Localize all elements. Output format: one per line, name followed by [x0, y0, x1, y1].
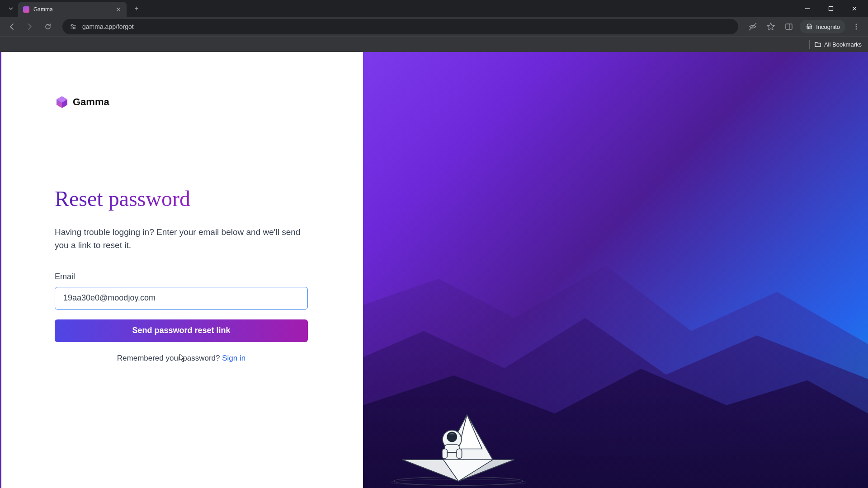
all-bookmarks-button[interactable]: All Bookmarks	[814, 41, 862, 48]
reset-form-panel: Gamma Reset password Having trouble logg…	[1, 52, 363, 488]
email-input[interactable]	[55, 287, 308, 310]
side-panel-icon[interactable]	[782, 19, 796, 34]
back-button[interactable]	[5, 19, 19, 34]
browser-chrome: Gamma ✕ + ga	[0, 0, 868, 52]
nav-bar: gamma.app/forgot Incognito	[0, 17, 868, 36]
tab-close-icon[interactable]: ✕	[115, 6, 122, 13]
signin-row: Remembered your password? Sign in	[55, 354, 308, 363]
eye-off-icon[interactable]	[745, 19, 760, 34]
page-title: Reset password	[55, 186, 309, 211]
tab-search-icon[interactable]	[5, 3, 16, 14]
address-bar[interactable]: gamma.app/forgot	[62, 19, 738, 34]
svg-point-9	[856, 26, 857, 28]
send-reset-link-button[interactable]: Send password reset link	[55, 319, 308, 342]
logo-text: Gamma	[73, 96, 109, 108]
logo[interactable]: Gamma	[55, 95, 309, 109]
bookmarks-bar: All Bookmarks	[0, 36, 868, 52]
reload-button[interactable]	[41, 19, 55, 34]
tab-bar: Gamma ✕ +	[0, 0, 868, 17]
close-icon[interactable]	[844, 2, 864, 15]
incognito-label: Incognito	[816, 23, 840, 30]
menu-icon[interactable]	[849, 19, 863, 34]
svg-rect-1	[829, 7, 833, 11]
bookmark-star-icon[interactable]	[764, 19, 778, 34]
svg-rect-17	[457, 449, 462, 459]
page-subtext: Having trouble logging in? Enter your em…	[55, 225, 308, 252]
url-text: gamma.app/forgot	[82, 23, 134, 30]
site-settings-icon[interactable]	[69, 22, 78, 31]
svg-point-5	[73, 27, 75, 29]
all-bookmarks-label: All Bookmarks	[824, 41, 862, 48]
nav-right: Incognito	[745, 19, 863, 34]
incognito-badge[interactable]: Incognito	[800, 20, 845, 33]
new-tab-button[interactable]: +	[130, 2, 143, 15]
remembered-text: Remembered your password?	[117, 354, 222, 362]
svg-rect-6	[786, 24, 792, 29]
divider	[809, 40, 810, 49]
svg-rect-16	[442, 449, 447, 459]
svg-point-4	[71, 24, 73, 26]
svg-point-10	[856, 28, 857, 30]
window-controls	[797, 2, 864, 15]
browser-tab[interactable]: Gamma ✕	[18, 2, 127, 17]
tab-title: Gamma	[33, 6, 111, 13]
gamma-logo-icon	[55, 95, 69, 109]
svg-point-8	[856, 24, 857, 25]
forward-button[interactable]	[23, 19, 37, 34]
tab-favicon-icon	[23, 6, 30, 13]
incognito-icon	[805, 23, 813, 31]
minimize-icon[interactable]	[797, 2, 817, 15]
maximize-icon[interactable]	[821, 2, 841, 15]
signin-link[interactable]: Sign in	[222, 354, 245, 362]
illustration-panel	[363, 52, 868, 488]
paper-boat-illustration	[381, 384, 553, 488]
folder-icon	[814, 41, 821, 48]
page-content: Gamma Reset password Having trouble logg…	[0, 52, 868, 488]
email-label: Email	[55, 272, 309, 282]
